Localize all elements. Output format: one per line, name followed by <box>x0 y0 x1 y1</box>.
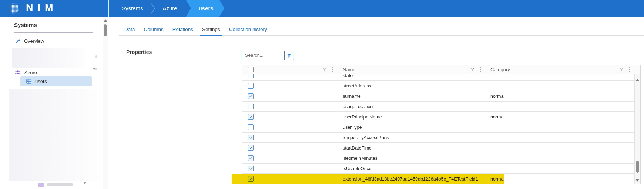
scroll-down-arrow-icon[interactable] <box>635 179 639 182</box>
chevron-down-icon[interactable] <box>93 70 96 75</box>
table-scrollbar[interactable] <box>634 74 640 184</box>
top-bar: NIM Systems Azure users <box>0 0 644 17</box>
breadcrumb-item-systems[interactable]: Systems <box>117 5 148 11</box>
scroll-up-arrow-icon[interactable] <box>635 79 639 81</box>
properties-table: Name Category statestreetAddresssurnamen… <box>242 65 641 184</box>
filter-funnel-icon[interactable] <box>322 67 327 72</box>
row-name: usageLocation <box>343 104 373 109</box>
chevron-right-icon <box>151 3 155 14</box>
breadcrumb-item-azure[interactable]: Azure <box>158 5 182 11</box>
logo-area[interactable]: NIM <box>0 0 108 17</box>
table-row[interactable]: isUsableOnce <box>242 164 640 174</box>
redacted-label <box>47 183 73 186</box>
row-name: startDateTime <box>343 145 372 151</box>
breadcrumb-active-label: users <box>199 5 214 11</box>
search-input[interactable] <box>242 51 284 60</box>
sidebar-item-label: users <box>35 79 47 84</box>
table-row[interactable]: surnamenormal <box>242 91 640 102</box>
row-checkbox[interactable] <box>248 104 254 109</box>
table-body: statestreetAddresssurnamenormalusageLoca… <box>242 74 640 184</box>
redacted-block <box>12 48 85 68</box>
funnel-icon <box>286 53 292 58</box>
row-category: normal <box>490 176 504 182</box>
row-checkbox[interactable] <box>248 74 254 78</box>
table-icon <box>26 79 31 84</box>
topbar-divider <box>108 0 109 17</box>
table-row[interactable]: usageLocation <box>242 102 640 112</box>
tab-settings-active[interactable]: Settings <box>202 24 220 35</box>
table-row[interactable]: userType <box>242 122 640 133</box>
sidebar: Systems Overview Azure <box>0 17 108 189</box>
row-name: state <box>343 74 353 78</box>
table-scrollbar-thumb[interactable] <box>636 161 639 173</box>
tab-relations[interactable]: Relations <box>172 24 193 35</box>
tab-collection-history[interactable]: Collection history <box>229 24 267 35</box>
row-category: normal <box>490 114 504 120</box>
row-checkbox[interactable] <box>248 166 254 171</box>
row-name: isUsableOnce <box>343 166 372 171</box>
table-header: Name Category <box>242 65 640 74</box>
nim-logo-icon <box>8 2 21 15</box>
redacted-block <box>9 89 101 181</box>
group-icon-faint <box>38 183 44 187</box>
column-header-category[interactable]: Category <box>490 67 510 72</box>
row-checkbox[interactable] <box>248 83 254 89</box>
column-header-name[interactable]: Name <box>343 67 356 72</box>
scroll-up-arrow-icon[interactable] <box>104 19 107 22</box>
sidebar-title: Systems <box>14 22 37 28</box>
row-name: lifetimeInMinutes <box>343 156 378 161</box>
redacted-mark <box>95 55 97 58</box>
sidebar-title-divider <box>14 32 93 33</box>
table-row[interactable]: startDateTime <box>242 143 640 153</box>
tab-bar: Data Columns Relations Settings Collecti… <box>119 24 644 36</box>
row-name: temporaryAccessPass <box>343 135 389 140</box>
sidebar-item-label: Overview <box>24 38 44 44</box>
brand-name: NIM <box>26 2 58 14</box>
table-row[interactable]: temporaryAccessPass <box>242 133 640 143</box>
sidebar-item-users-selected[interactable]: users <box>20 76 92 86</box>
row-name: surname <box>343 94 361 99</box>
table-row[interactable]: extension_46fd3ad18be2497aa1459db1226a4b… <box>242 174 640 184</box>
sidebar-scrollbar-thumb[interactable] <box>104 24 107 36</box>
table-row[interactable]: userPrincipalNamenormal <box>242 112 640 122</box>
row-checkbox[interactable] <box>248 155 254 161</box>
row-name: userType <box>343 125 362 130</box>
column-divider <box>634 66 634 73</box>
tab-columns[interactable]: Columns <box>144 24 164 35</box>
filter-funnel-icon[interactable] <box>619 67 624 72</box>
filter-button[interactable] <box>284 51 294 60</box>
wrench-icon <box>15 38 20 44</box>
select-all-checkbox[interactable] <box>248 67 254 72</box>
sidebar-item-label: Azure <box>24 70 37 75</box>
group-icon <box>15 70 21 75</box>
column-divider <box>338 66 338 73</box>
row-name: streetAddress <box>343 83 371 89</box>
table-row[interactable]: streetAddress <box>242 81 640 91</box>
table-row[interactable]: state <box>242 74 640 81</box>
table-row[interactable]: lifetimeInMinutes <box>242 153 640 164</box>
breadcrumb-item-users-active[interactable]: users <box>186 0 225 17</box>
main-panel: Data Columns Relations Settings Collecti… <box>108 17 644 189</box>
sidebar-item-partial[interactable] <box>38 182 73 187</box>
sidebar-scrollbar[interactable] <box>103 17 108 189</box>
row-checkbox[interactable] <box>248 114 254 120</box>
row-checkbox[interactable] <box>248 135 254 140</box>
sidebar-item-overview[interactable]: Overview <box>15 37 44 45</box>
row-name: extension_46fd3ad18be2497aa1459db1226a4b… <box>343 176 478 182</box>
column-divider <box>486 66 486 73</box>
filter-funnel-icon[interactable] <box>470 67 475 72</box>
row-category: normal <box>490 94 504 99</box>
row-checkbox[interactable] <box>248 93 254 99</box>
section-title-properties: Properties <box>126 49 152 55</box>
row-checkbox[interactable] <box>248 176 254 182</box>
search-control <box>242 51 294 60</box>
column-menu-icon[interactable] <box>478 67 483 72</box>
column-menu-icon[interactable] <box>627 67 632 72</box>
row-checkbox[interactable] <box>248 145 254 151</box>
row-checkbox[interactable] <box>248 124 254 130</box>
tab-data[interactable]: Data <box>124 24 135 35</box>
sidebar-item-azure[interactable]: Azure <box>15 68 96 76</box>
resize-handle-icon[interactable] <box>84 182 87 185</box>
column-menu-icon[interactable] <box>330 67 335 72</box>
row-name: userPrincipalName <box>343 114 382 120</box>
